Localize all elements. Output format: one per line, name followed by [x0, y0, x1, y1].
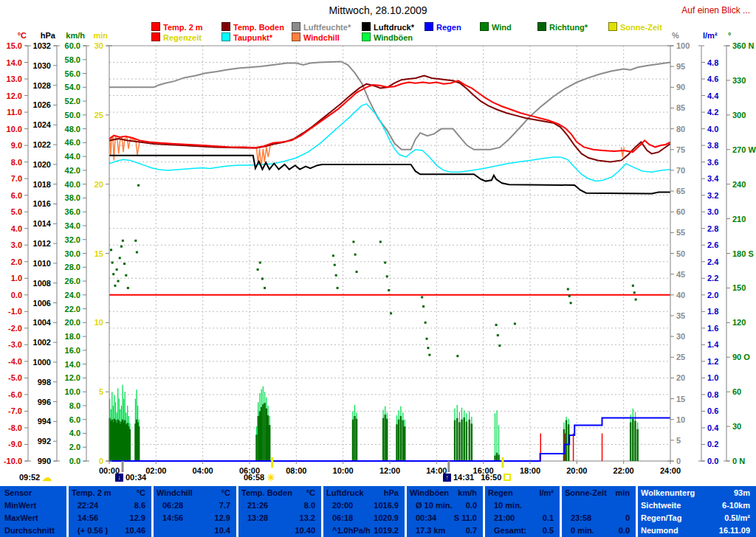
table-cell-text: S 11.0 — [454, 513, 477, 522]
axis-tick-label: 60.0 — [65, 41, 80, 50]
marker-moonrise: ↑ 14:31 16:50 — [443, 472, 511, 482]
axis-tick-label: 15 — [676, 395, 685, 403]
axis-tick-label: 2.6 — [707, 240, 718, 249]
axis-tick-label: 1.0 — [707, 373, 718, 382]
series-windchill — [622, 147, 625, 157]
axis-tick-label: 32.0 — [65, 235, 80, 244]
axis-tick-label: 1.0 — [11, 274, 22, 283]
axis-tick-label: 46.0 — [65, 138, 80, 147]
axis-tick-label: 1016 — [33, 199, 51, 208]
axis-tick-label: 990 — [38, 457, 51, 465]
richtung-dot — [120, 246, 123, 248]
axis-tick-label: 1006 — [33, 299, 51, 308]
axis-tick-label: 2.2 — [707, 274, 718, 283]
richtung-dot — [635, 299, 637, 301]
table-cell-text: Temp. 2 m — [72, 488, 111, 497]
table-cell-text: Temp. Boden — [241, 488, 292, 497]
table-cell-text: 7.7 — [219, 501, 230, 510]
axis-tick-label: 0.6 — [707, 406, 718, 415]
table-cell-text: 23:58 — [571, 513, 591, 522]
axis-tick-label: 8.0 — [69, 401, 80, 410]
sunset-time: 16:50 — [481, 473, 501, 482]
axis-tick-label: 992 — [38, 437, 51, 446]
richtung-dot — [426, 338, 428, 340]
table-cell-text: 14:56 — [78, 513, 98, 522]
richtung-dot — [111, 262, 114, 264]
axis-tick-label: 30 — [94, 41, 103, 50]
richtung-dot — [123, 263, 126, 265]
richtung-dot — [497, 334, 499, 336]
table-cell-text: 0.7 — [466, 526, 477, 535]
table-cell-text: Regen/Tag — [641, 513, 681, 522]
axis-tick-label: 120 — [732, 318, 746, 327]
table-cell-text: Gesamt: — [494, 526, 526, 535]
col-luftdruck-max: 06:181020.9 — [323, 512, 403, 524]
richtung-dot — [259, 262, 261, 264]
table-cell-text: °C — [137, 488, 145, 497]
axis-tick-label: 3.0 — [11, 240, 22, 249]
axis-tick-label: 2.0 — [11, 257, 22, 266]
table-cell-text: Ø 10 min. — [416, 501, 453, 510]
axis-tick-label: 0.2 — [707, 440, 718, 448]
axis-tick-label: 270 W — [732, 145, 756, 154]
axis-tick-label: 20 — [94, 180, 103, 189]
axis-tick-label: 55 — [676, 228, 685, 237]
table-cell-text: 0.0 — [466, 501, 477, 510]
axis-tick-label: 30 — [732, 422, 741, 431]
table-cell-text: 10.40 — [295, 526, 315, 535]
axis-tick-label: 1.2 — [707, 357, 718, 366]
marker-moonset: ↓ 00:34 — [115, 472, 146, 482]
axis-tick-label: 50 — [676, 249, 685, 258]
richtung-dot — [261, 277, 264, 280]
richtung-dot — [388, 289, 390, 291]
axis-tick-label: 4.8 — [707, 58, 718, 67]
axis-tick-label: 998 — [38, 378, 51, 387]
axis-tick-label: 0.4 — [707, 423, 719, 432]
axis-tick-label: 80 — [676, 125, 685, 134]
table-cell-text: 13:28 — [247, 513, 268, 522]
richtung-dot — [498, 344, 501, 347]
col-luftdruck-min: 20:001016.9 — [323, 499, 403, 512]
axis-tick-label: 35 — [676, 311, 685, 320]
axis-tick-label: 42.0 — [65, 166, 80, 175]
table-cell-text: 12.9 — [130, 513, 145, 522]
table-cell-text: 93m — [734, 488, 750, 497]
axis-tick-label: 25 — [94, 111, 103, 119]
table-cell-text: 1016.9 — [374, 501, 399, 510]
table-cell-text: Windchill — [157, 488, 193, 497]
richtung-dot — [384, 262, 386, 264]
moonset-time: 00:34 — [126, 473, 146, 482]
richtung-dot — [257, 268, 259, 271]
table-cell-text: 1019.2 — [374, 526, 399, 535]
axis-tick-label: 150 — [732, 283, 746, 292]
table-cell-text: 17.3 km — [416, 526, 445, 535]
axis-tick-label: 15 — [94, 249, 103, 258]
table-cell-text: Neumond — [641, 526, 678, 535]
axis-tick-label: 24.0 — [65, 291, 80, 299]
axis-tick-label: 1028 — [33, 81, 51, 90]
richtung-dot — [428, 354, 430, 356]
table-separator — [405, 486, 407, 537]
axis-tick-label: 90 — [676, 83, 685, 91]
axis-tick-label: 1.6 — [707, 324, 718, 333]
table-cell-text: Sensor — [4, 488, 32, 497]
axis-tick-label: 2.0 — [69, 443, 80, 451]
axis-tick-label: 95 — [676, 62, 685, 71]
axis-tick-label: 1.4 — [707, 340, 719, 349]
row-label-sensor: Sensor — [1, 487, 66, 499]
richtung-dot — [119, 257, 121, 259]
info-neumond: Neumond16.11.09 — [638, 524, 755, 537]
col-regen-avg: Gesamt:0.5 — [485, 524, 558, 537]
table-cell-text: 21:26 — [247, 501, 268, 510]
table-cell-text: 0 min. — [571, 526, 594, 535]
axis-tick-label: -1.0 — [8, 307, 22, 316]
row-label-durchschnitt: Durchschnitt — [1, 524, 66, 537]
axis-tick-label: 20 — [676, 373, 685, 382]
col-regen-min: 10 min. — [485, 499, 558, 512]
axis-tick-label: 2.4 — [707, 257, 719, 266]
table-separator — [321, 486, 323, 537]
richtung-dot — [570, 302, 572, 304]
table-separator — [66, 486, 69, 537]
sunrise-time: 06:58 — [244, 473, 264, 482]
richtung-dot — [425, 322, 427, 324]
